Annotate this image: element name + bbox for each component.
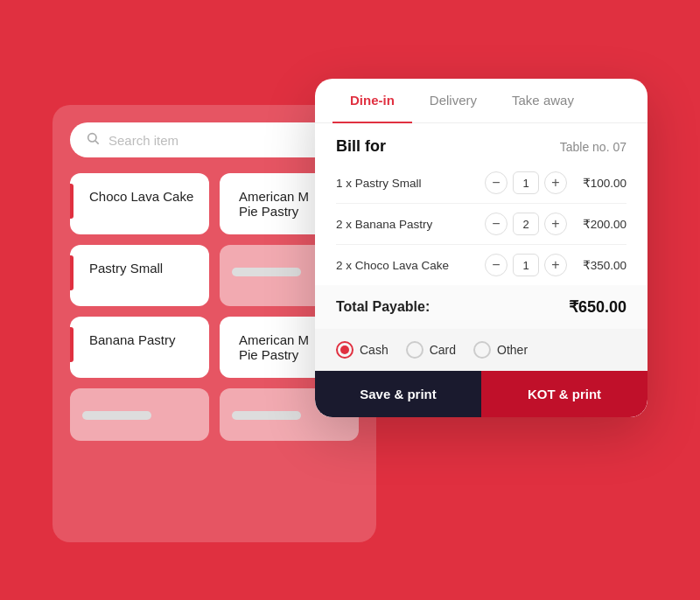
menu-item-label: American MPie Pastry: [232, 189, 309, 219]
total-amount: ₹650.00: [569, 297, 626, 317]
item-price-banana-pastry: ₹200.00: [574, 217, 626, 231]
qty-value-2: 2: [513, 213, 539, 235]
menu-item-label: American MPie Pastry: [232, 332, 309, 362]
order-items-list: 1 x Pastry Small − 1 + ₹100.00 2 x Banan…: [315, 163, 648, 285]
payment-other[interactable]: Other: [473, 341, 528, 359]
menu-item-banana-pastry[interactable]: Banana Pastry: [70, 317, 209, 378]
qty-decrease-1[interactable]: −: [485, 171, 508, 194]
tab-dine-in[interactable]: Dine-in: [332, 79, 412, 123]
qty-increase-2[interactable]: +: [544, 213, 567, 235]
radio-card-circle: [406, 341, 424, 359]
menu-item-empty-1: [70, 388, 209, 441]
qty-increase-3[interactable]: +: [544, 254, 567, 276]
qty-control-3: − 1 +: [485, 254, 567, 276]
radio-cash-circle: [336, 341, 354, 359]
qty-control-2: − 2 +: [485, 213, 567, 235]
menu-item-choco-lava[interactable]: Choco Lava Cake: [70, 173, 209, 234]
save-print-button[interactable]: Save & print: [315, 371, 481, 417]
qty-value-1: 1: [513, 171, 539, 194]
bill-for-label: Bill for: [336, 137, 386, 156]
payment-card[interactable]: Card: [406, 341, 456, 359]
bill-header: Bill for Table no. 07: [315, 123, 648, 163]
qty-decrease-3[interactable]: −: [485, 254, 508, 276]
tab-delivery[interactable]: Delivery: [412, 79, 494, 123]
svg-point-0: [88, 134, 96, 142]
item-name-choco-lava: 2 x Choco Lava Cake: [336, 259, 478, 272]
tabs-bar: Dine-in Delivery Take away: [315, 79, 648, 123]
total-payable-label: Total Payable:: [336, 299, 430, 315]
radio-other-circle: [473, 341, 491, 359]
search-icon: [86, 131, 100, 149]
payment-cash[interactable]: Cash: [336, 341, 388, 359]
order-item-pastry-small: 1 x Pastry Small − 1 + ₹100.00: [336, 163, 626, 204]
menu-item-pastry-small[interactable]: Pastry Small: [70, 245, 209, 306]
item-price-choco-lava: ₹350.00: [574, 258, 626, 272]
total-row: Total Payable: ₹650.00: [315, 285, 648, 329]
kot-print-button[interactable]: KOT & print: [481, 371, 648, 417]
qty-value-3: 1: [513, 254, 539, 276]
search-placeholder: Search item: [108, 133, 178, 148]
order-item-choco-lava: 2 x Choco Lava Cake − 1 + ₹350.00: [336, 245, 626, 285]
payment-options: Cash Card Other: [315, 329, 648, 371]
table-number: Table no. 07: [560, 140, 626, 154]
order-item-banana-pastry: 2 x Banana Pastry − 2 + ₹200.00: [336, 204, 626, 245]
item-price-pastry-small: ₹100.00: [574, 176, 626, 190]
qty-control-1: − 1 +: [485, 171, 567, 194]
action-buttons: Save & print KOT & print: [315, 371, 648, 417]
radio-cash-inner: [340, 345, 349, 354]
payment-cash-label: Cash: [360, 343, 388, 357]
bill-panel: Dine-in Delivery Take away Bill for Tabl…: [315, 79, 648, 417]
qty-increase-1[interactable]: +: [544, 171, 567, 194]
payment-card-label: Card: [430, 343, 456, 357]
menu-item-label: Pastry Small: [82, 261, 163, 276]
item-name-banana-pastry: 2 x Banana Pastry: [336, 218, 478, 231]
menu-item-label: Banana Pastry: [82, 332, 175, 347]
payment-other-label: Other: [497, 343, 528, 357]
qty-decrease-2[interactable]: −: [485, 213, 508, 235]
svg-line-1: [95, 141, 99, 144]
item-name-pastry-small: 1 x Pastry Small: [336, 177, 478, 190]
menu-item-label: Choco Lava Cake: [82, 189, 193, 204]
tab-takeaway[interactable]: Take away: [494, 79, 592, 123]
